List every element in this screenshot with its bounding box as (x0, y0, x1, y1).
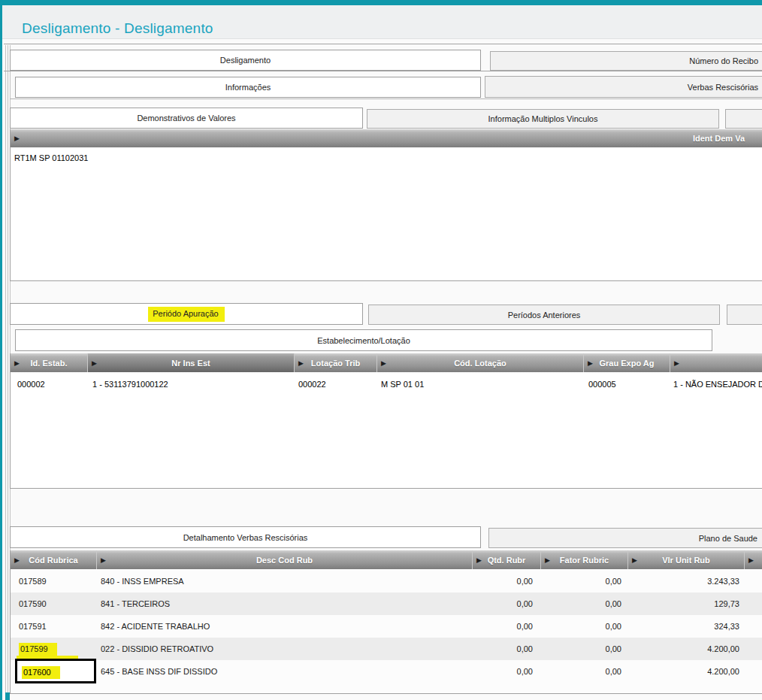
column-label: Cód Rubrica (29, 556, 77, 565)
column-arrow-icon: ▶ (632, 556, 637, 564)
column-header-nr-ins-est[interactable]: ▶ Nr Ins Est (87, 353, 294, 372)
window-top-accent-bar (0, 0, 762, 5)
column-arrow-icon: ▶ (14, 556, 20, 564)
column-label: Vlr Unit Rub (662, 556, 710, 565)
column-header-desc-cod-rub[interactable]: ▶ Desc Cod Rub (96, 550, 472, 569)
cell-desc: 840 - INSS EMPRESA (96, 570, 472, 592)
column-arrow-icon: ▶ (748, 556, 754, 564)
separator-line (4, 44, 762, 44)
cell-qtd: 0,00 (472, 638, 540, 660)
column-arrow-icon: ▶ (588, 359, 593, 367)
estabelecimento-grid-header: ▶ Id. Estab. ▶ Nr Ins Est ▶ Lotação Trib… (11, 353, 762, 372)
column-arrow-icon: ▶ (92, 359, 97, 367)
column-arrow-icon: ▶ (14, 359, 20, 367)
column-header-vlr-unit-rub[interactable]: ▶ Vlr Unit Rub (627, 550, 744, 569)
cell-fator: 0,00 (540, 660, 627, 683)
verbas-grid-header: ▶ Cód Rubrica ▶ Desc Cod Rub ▶ Qtd. Rubr… (11, 550, 762, 569)
tab-periodos-anteriores-label: Períodos Anteriores (508, 311, 581, 320)
tab-verbas-rescisorias[interactable]: Verbas Rescisórias (485, 76, 762, 98)
column-header-cod-lotacao[interactable]: ▶ Cód. Lotação (376, 353, 583, 372)
column-label: Lotação Trib (311, 359, 360, 368)
cell-qtd: 0,00 (472, 592, 540, 615)
cell-extra: 1 - NÃO ENSEJADOR DE (673, 380, 762, 389)
column-header-fator-rubric[interactable]: ▶ Fator Rubric (540, 550, 627, 569)
cell-vlr: 129,73 (627, 592, 744, 615)
column-header-grau-expo-ag[interactable]: ▶ Grau Expo Ag (583, 353, 670, 372)
tab-detalhamento-label: Detalhamento Verbas Rescisórias (183, 533, 308, 542)
cell-qtd: 0,00 (472, 570, 540, 592)
column-header-cod-rubrica[interactable]: ▶ Cód Rubrica (11, 550, 96, 569)
column-label: Id. Estab. (31, 359, 68, 368)
tab-numero-do-recibo[interactable]: Número do Recibo (490, 51, 762, 71)
cell-desc: 841 - TERCEIROS (96, 592, 472, 615)
cell-nr-ins-est: 1 - 53113791000122 (92, 380, 168, 389)
ident-dem-grid-header[interactable]: ▶ Ident Dem Va (11, 129, 762, 147)
column-header-lotacao-trib[interactable]: ▶ Lotação Trib (294, 353, 376, 372)
cell-cod-lotacao: M SP 01 01 (381, 380, 424, 389)
column-label: Grau Expo Ag (600, 359, 655, 368)
verbas-grid: ▶ Cód Rubrica ▶ Desc Cod Rub ▶ Qtd. Rubr… (10, 550, 762, 694)
tab-informacoes[interactable]: Informações (15, 77, 481, 98)
tab-plano-de-saude-label: Plano de Saude (699, 534, 757, 543)
table-row[interactable]: 645 - BASE INSS DIF DISSIDO 0,00 0,00 4.… (11, 660, 762, 683)
tab-informacoes-label: Informações (225, 83, 271, 92)
column-header-extra[interactable]: ▶ (744, 550, 762, 569)
cell-vlr: 4.200,00 (627, 660, 744, 683)
cell-vlr: 4.200,00 (627, 638, 744, 660)
ident-dem-grid: ▶ Ident Dem Va RT1M SP 01102031 (10, 129, 762, 281)
tab-periodos-anteriores[interactable]: Períodos Anteriores (368, 305, 720, 325)
cell-id-estab: 000002 (17, 380, 45, 389)
table-row[interactable]: 000002 1 - 53113791000122 000022 M SP 01… (11, 372, 762, 396)
estabelecimento-grid: ▶ Id. Estab. ▶ Nr Ins Est ▶ Lotação Trib… (10, 353, 762, 489)
tab-numero-do-recibo-label: Número do Recibo (689, 56, 758, 65)
table-row[interactable]: 017599 022 - DISSIDIO RETROATIVO 0,00 0,… (11, 638, 762, 660)
column-label: Desc Cod Rub (256, 556, 313, 565)
column-header-qtd-rubr[interactable]: ▶ Qtd. Rubr (472, 550, 540, 569)
tab-demonstrativos-label: Demonstrativos de Valores (137, 114, 235, 123)
table-row[interactable]: 017589 840 - INSS EMPRESA 0,00 0,00 3.24… (11, 570, 762, 592)
tab-plano-de-saude[interactable]: Plano de Saude (488, 528, 762, 548)
tab-partial-right[interactable] (725, 109, 762, 129)
table-row[interactable]: 017590 841 - TERCEIROS 0,00 0,00 129,73 (11, 592, 762, 615)
cell-desc: 842 - ACIDENTE TRABALHO (96, 615, 472, 638)
column-label: Fator Rubric (560, 556, 609, 565)
ident-dem-row-value[interactable]: RT1M SP 01102031 (14, 153, 88, 162)
cell-lotacao-trib: 000022 (298, 380, 326, 389)
ident-dem-column-label: Ident Dem Va (693, 134, 745, 143)
cell-desc: 645 - BASE INSS DIF DISSIDO (96, 660, 472, 683)
column-header-extra[interactable]: ▶ (670, 353, 762, 372)
cell-grau-expo-ag: 000005 (588, 380, 616, 389)
column-arrow-icon: ▶ (381, 359, 386, 367)
tab-estabelecimento-lotacao[interactable]: Estabelecimento/Lotação (15, 329, 712, 351)
column-arrow-icon: ▶ (674, 359, 679, 367)
cell-fator: 0,00 (540, 592, 627, 615)
column-arrow-icon: ▶ (298, 359, 304, 367)
tab-periodo-apuracao-label: Periódo Apuração (148, 307, 224, 322)
cell-cod-rubrica: 017589 (11, 570, 96, 592)
table-row[interactable]: 017591 842 - ACIDENTE TRABALHO 0,00 0,00… (11, 615, 762, 638)
column-arrow-icon: ▶ (476, 556, 482, 564)
tab-estabelecimento-label: Estabelecimento/Lotação (317, 336, 410, 345)
tab-partial-right[interactable] (727, 305, 762, 325)
column-arrow-icon: ▶ (545, 556, 550, 564)
column-arrow-icon: ▶ (101, 556, 106, 564)
title-header: Desligamento - Desligamento (2, 5, 762, 39)
cell-vlr: 324,33 (627, 615, 744, 638)
tab-verbas-rescisorias-label: Verbas Rescisórias (688, 83, 758, 92)
cell-fator: 0,00 (540, 638, 627, 660)
cell-cod-rubrica: 017590 (11, 592, 96, 615)
tab-demonstrativos-de-valores[interactable]: Demonstrativos de Valores (10, 108, 363, 129)
page-title: Desligamento - Desligamento (22, 20, 213, 37)
tab-periodo-apuracao[interactable]: Periódo Apuração (10, 303, 363, 325)
tab-detalhamento-verbas[interactable]: Detalhamento Verbas Rescisórias (10, 526, 481, 548)
column-label: Cód. Lotação (454, 359, 506, 368)
tab-informacao-multiplos-vinculos[interactable]: Informação Multiplos Vinculos (367, 109, 719, 129)
cell-fator: 0,00 (540, 570, 627, 592)
cell-cod-rubrica: 017600 (22, 666, 60, 679)
selected-cell-cod-rubrica[interactable]: 017600 (15, 659, 96, 683)
tab-desligamento[interactable]: Desligamento (10, 50, 481, 71)
column-label: Nr Ins Est (171, 359, 210, 368)
cell-fator: 0,00 (540, 615, 627, 638)
column-header-id-estab[interactable]: ▶ Id. Estab. (11, 353, 87, 372)
cell-qtd: 0,00 (472, 660, 540, 683)
